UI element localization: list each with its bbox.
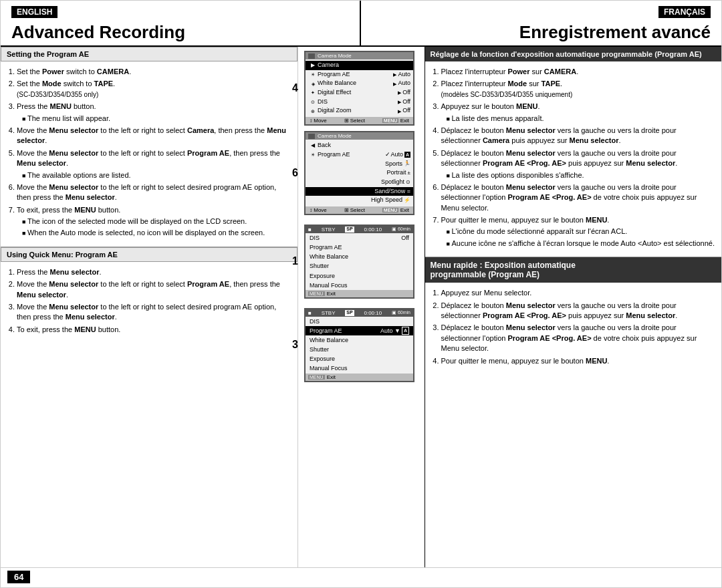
cam-row-camera: ▶ Camera (306, 61, 413, 70)
cam-footer-select-4: ⊞ Select (344, 118, 365, 124)
step-2: Set the Mode switch to TAPE. (SC-D353/D3… (17, 79, 292, 100)
fr-bullet-3: L'icône du mode sélectionné apparaît sur… (447, 227, 717, 237)
screen-wrapper-3: 3 ■ STBY SP 0:00:10 ▣ 60min DIS Program … (304, 308, 418, 382)
section-header-setting-ae: Setting the Program AE (1, 47, 297, 61)
cam-body-4: ▶ Camera ☀ Program AE ▶ Auto ◈ White Bal… (306, 59, 413, 117)
qm3-status-sp: SP (345, 310, 354, 316)
qm-statusbar-3: ■ STBY SP 0:00:10 ▣ 60min (306, 309, 413, 317)
fr-step-3-bullets: La liste des menus apparaît. (441, 114, 717, 124)
cam-footer-select-6: ⊞ Select (344, 207, 365, 213)
cam-header-text-6: Camera Mode (318, 133, 352, 139)
qm-row1-mf: Manual Focus (306, 281, 413, 290)
qm-label-dis: DIS (310, 234, 320, 242)
qm3-row-prog: Program AE Auto ▼ A (306, 326, 413, 335)
step-6: Move the Menu selector to the left or ri… (17, 182, 292, 203)
cam-footer-menu-4: MENU Exit (382, 118, 409, 124)
fr-step-5-bullets: La liste des options disponibles s'affic… (441, 170, 717, 180)
cam-label-wb: White Balance (318, 80, 393, 88)
cam-label-camera: Camera (318, 61, 410, 69)
header-right: FRANÇAIS Enregistrement avancé (361, 1, 721, 45)
qm-screen-3: ■ STBY SP 0:00:10 ▣ 60min DIS Program AE… (304, 308, 414, 382)
qm-footer-exit-3: Exit (327, 374, 336, 380)
fr-bullet-1: La liste des menus apparaît. (447, 114, 717, 124)
qm-status-stby: STBY (322, 227, 336, 233)
fr-qm-step-4: Pour quitter le menu, appuyez sur le bou… (441, 356, 717, 366)
fr-bullet-4: Aucune icône ne s'affiche à l'écran lors… (447, 239, 717, 249)
cam-footer-menu-6: MENU Exit (382, 207, 409, 213)
fr-step-3: Appuyez sur le bouton MENU. La liste des… (441, 102, 717, 124)
cam6-spotlight-val: Spotlight ⊙ (381, 178, 410, 186)
bullet-menu-list: The menu list will appear. (22, 114, 292, 124)
cam-row-de: ✦ Digital Effect ▶ Off (306, 88, 413, 98)
page-header: ENGLISH Advanced Recording FRANÇAIS Enre… (1, 1, 721, 47)
fr-step-2: Placez l'interrupteur Mode sur TAPE. (mo… (441, 79, 717, 100)
cam6-row-sports: Sports 🏃 (306, 160, 413, 169)
cam-icon-prog: ☀ (308, 71, 318, 78)
qm-footer-1: MENU Exit (306, 290, 413, 297)
cam6-prog-val: ✓Auto A (385, 151, 410, 159)
cam-val-dis: ▶ Off (398, 98, 410, 106)
screen-wrapper-6: 6 Camera Mode ◀ Back ☀ Program AE (304, 131, 418, 215)
qm-step-4: To exit, press the MENU button. (17, 325, 292, 335)
cam-footer-move-4: ↕ Move (310, 118, 327, 124)
step-3-bullets: The menu list will appear. (17, 114, 292, 124)
cam-row-dis: ⊙ DIS ▶ Off (306, 98, 413, 107)
cam-label-de: Digital Effect (318, 89, 398, 97)
cam-val-wb: ▶ Auto (393, 80, 410, 88)
screen-num-4: 4 (292, 82, 298, 94)
camera-screen-4: Camera Mode ▶ Camera ☀ Program AE ▶ Auto (304, 51, 414, 126)
center-column-screens: 4 Camera Mode ▶ Camera ☀ Program AE (298, 47, 425, 567)
fr-step-6: Déplacez le bouton Menu selector vers la… (441, 182, 717, 213)
qm3-prog-label: Program AE (310, 327, 342, 335)
step-1: Set the Power switch to CAMERA. (17, 67, 292, 77)
cam6-highspeed-val: High Speed ⚡ (371, 196, 410, 204)
cam-row-programae: ☀ Program AE ▶ Auto (306, 70, 413, 80)
fr-steps-1: Placez l'interrupteur Power sur CAMERA. … (431, 67, 717, 249)
fr-step-1: Placez l'interrupteur Power sur CAMERA. (441, 67, 717, 77)
cam-back-icon: ◀ (308, 142, 318, 149)
fr-qm-step-3: Déplacez le bouton Menu selector vers la… (441, 323, 717, 353)
cam-body-6: ◀ Back ☀ Program AE ✓Auto A Sports 🏃 (306, 140, 413, 206)
cam-icon-wb: ◈ (308, 81, 318, 87)
bullet-auto-no-icon: When the Auto mode is selected, no icon … (22, 228, 292, 238)
cam-row6-prog: ☀ Program AE ✓Auto A (306, 150, 413, 160)
qm-row1-wb: White Balance (306, 252, 413, 261)
cam-icon-4 (308, 53, 315, 59)
cam6-sports-val: Sports 🏃 (385, 160, 410, 168)
page: ENGLISH Advanced Recording FRANÇAIS Enre… (0, 0, 722, 588)
setting-ae-content: Set the Power switch to CAMERA. Set the … (1, 61, 297, 247)
screen-num-3: 3 (292, 339, 298, 351)
cam6-sandsnow-val: Sand/Snow = (374, 188, 410, 196)
qm-row1-shutter: Shutter (306, 261, 413, 271)
qm3-status-tape: ▣ 60min (392, 310, 410, 316)
fr-step-4: Déplacez le bouton Menu selector vers la… (441, 126, 717, 146)
cam-footer-move-6: ↕ Move (310, 207, 327, 213)
qm3-row-dis: DIS (306, 317, 413, 326)
fr-qm-step-2: Déplacez le bouton Menu selector vers la… (441, 301, 717, 321)
camera-screen-6: Camera Mode ◀ Back ☀ Program AE ✓Auto A (304, 131, 414, 215)
qm-statusbar-1: ■ STBY SP 0:00:10 ▣ 60min (306, 226, 413, 233)
qm3-status-stby: STBY (322, 310, 336, 316)
fr-step-2-note: (modèles SC-D353/D354/D355 uniquement) (441, 91, 573, 98)
cam-val-dz: ▶ Off (398, 107, 410, 115)
cam-val-de: ▶ Off (398, 89, 410, 97)
fr-section2-header-text: Menu rapide : Exposition automatiqueprog… (431, 261, 576, 279)
fr-step-7: Pour quitter le menu, appuyez sur le bou… (441, 215, 717, 249)
step-3: Press the MENU button. The menu list wil… (17, 102, 292, 124)
cam6-prog-label: Program AE (318, 151, 385, 159)
cam-label-prog: Program AE (318, 71, 393, 79)
cam6-row-spotlight: Spotlight ⊙ (306, 178, 413, 187)
qm-footer-exit-1: Exit (327, 291, 336, 297)
cam-label-dis: DIS (318, 98, 398, 106)
qm-status-time: 0:00:10 (364, 227, 382, 233)
qm3-status-time: 0:00:10 (364, 310, 382, 316)
qm-status-sp: SP (345, 227, 354, 233)
step-5: Move the Menu selector to the left or ri… (17, 148, 292, 180)
fr-steps-2: Appuyez sur Menu selector. Déplacez le b… (431, 288, 717, 366)
fr-qm-step-1: Appuyez sur Menu selector. (441, 288, 717, 298)
qm-status-rec: ■ (308, 227, 312, 233)
section-header-fr-1: Réglage de la fonction d'exposition auto… (425, 47, 722, 61)
cam-footer-6: ↕ Move ⊞ Select MENU Exit (306, 206, 413, 214)
cam6-prog-icon: ☀ (308, 152, 318, 158)
qm3-status-rec: ■ (308, 310, 312, 316)
